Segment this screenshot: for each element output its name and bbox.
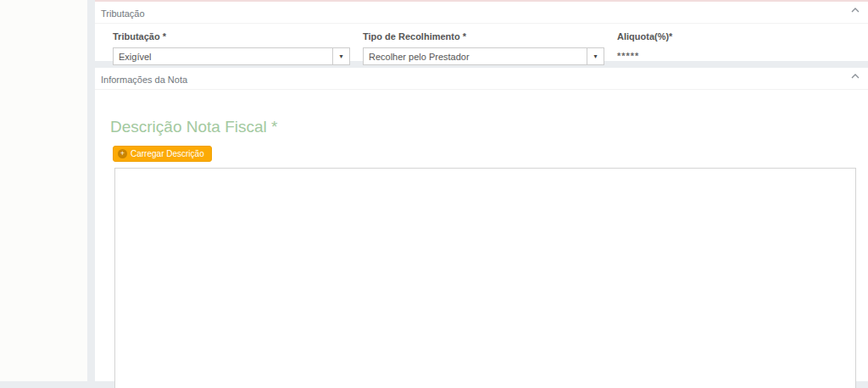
tipo-recolhimento-label: Tipo de Recolhimento *	[363, 31, 604, 42]
tributacao-label: Tributação *	[113, 31, 350, 42]
section-title-informacoes: Informações da Nota	[101, 75, 187, 85]
field-tributacao: Tributação * ▾	[113, 31, 350, 65]
descricao-nota-fiscal-heading: Descrição Nota Fiscal *	[110, 118, 277, 136]
chevron-up-icon	[851, 8, 860, 13]
tributacao-input[interactable]	[114, 48, 332, 64]
collapse-informacoes-button[interactable]	[849, 71, 861, 81]
tipo-recolhimento-combobox[interactable]: ▾	[363, 47, 604, 65]
field-tipo-recolhimento: Tipo de Recolhimento * ▾	[363, 31, 604, 65]
informacoes-body: Descrição Nota Fiscal * + Carregar Descr…	[95, 90, 868, 379]
aliquota-label: Aliquota(%)*	[617, 31, 719, 42]
caret-down-icon: ▾	[593, 53, 597, 60]
tributacao-combobox[interactable]: ▾	[113, 47, 350, 65]
section-tributacao: Tributação Tributação * ▾ Tipo de Recolh…	[95, 0, 868, 61]
plus-circle-icon: +	[118, 149, 127, 158]
section-header-tributacao[interactable]: Tributação	[95, 2, 868, 24]
carregar-descricao-label: Carregar Descrição	[131, 149, 204, 158]
tipo-recolhimento-input[interactable]	[364, 48, 587, 64]
descricao-textarea[interactable]	[114, 168, 856, 388]
section-title-tributacao: Tributação	[101, 8, 145, 19]
tributacao-dropdown-button[interactable]: ▾	[332, 48, 349, 64]
aliquota-value: *****	[617, 51, 639, 61]
caret-down-icon: ▾	[339, 53, 342, 60]
section-informacoes-da-nota: Informações da Nota Descrição Nota Fisca…	[95, 68, 868, 381]
section-header-informacoes[interactable]: Informações da Nota	[95, 68, 868, 90]
chevron-up-icon	[851, 74, 860, 79]
tipo-recolhimento-dropdown-button[interactable]: ▾	[587, 48, 604, 64]
field-aliquota: Aliquota(%)* *****	[617, 31, 719, 63]
tributacao-fields-row: Tributação * ▾ Tipo de Recolhimento * ▾ …	[95, 24, 868, 68]
carregar-descricao-button[interactable]: + Carregar Descrição	[113, 146, 212, 162]
collapse-tributacao-button[interactable]	[849, 5, 861, 15]
left-panel	[0, 0, 87, 381]
